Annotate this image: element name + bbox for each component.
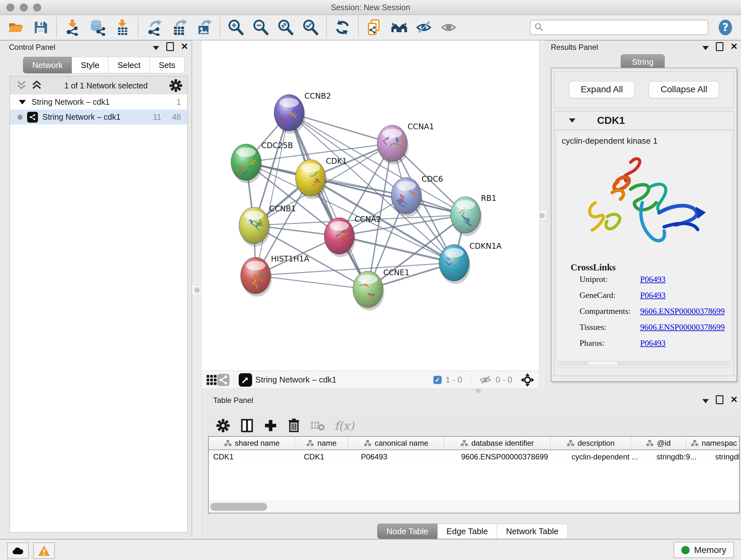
add-column-icon[interactable]	[264, 418, 278, 433]
crosslink-link[interactable]: P06493	[640, 291, 665, 300]
zoom-out-button[interactable]	[252, 19, 269, 36]
expand-all-button[interactable]: Expand All	[569, 81, 635, 98]
column-header-name[interactable]: name	[295, 437, 348, 449]
node-table[interactable]: shared namenamecanonical namedatabase id…	[208, 436, 740, 513]
collapse-card-icon[interactable]	[569, 118, 576, 123]
left-splitter-handle[interactable]	[192, 285, 202, 295]
open-in-window-icon[interactable]	[239, 373, 252, 387]
node-CDC6[interactable]: CDC6	[391, 175, 443, 217]
table-cell[interactable]: stringdb	[711, 450, 740, 463]
node-CDK1[interactable]: CDK1	[295, 157, 347, 199]
open-session-button[interactable]	[7, 19, 24, 36]
table-cell[interactable]: CDK1	[209, 450, 299, 463]
column-header-description[interactable]: description	[550, 437, 631, 449]
zoom-in-button[interactable]	[227, 19, 245, 36]
grid-mode-icon[interactable]	[206, 374, 217, 386]
panel-menu-icon[interactable]	[153, 46, 159, 50]
tab-string[interactable]: String	[621, 54, 665, 70]
collapse-all-button[interactable]: Collapse All	[649, 81, 719, 98]
network-collection-row[interactable]: String Network – cdk1 1	[10, 95, 187, 110]
tab-style[interactable]: Style	[72, 57, 109, 73]
tree-expand-icon[interactable]	[19, 100, 26, 105]
hide-selected-button[interactable]	[415, 19, 433, 36]
zoom-selected-button[interactable]	[302, 19, 319, 36]
scrollbar-thumb[interactable]	[210, 503, 267, 511]
panel-float-icon[interactable]	[166, 42, 174, 51]
cloud-status-button[interactable]	[7, 543, 29, 559]
node-CDC25B[interactable]: CDC25B	[231, 141, 293, 183]
tab-node-table[interactable]: Node Table	[377, 523, 437, 539]
gear-icon[interactable]	[169, 78, 183, 92]
table-cell[interactable]: P06493	[356, 450, 457, 463]
panel-close-icon[interactable]: ✕	[731, 43, 738, 51]
show-columns-icon[interactable]	[240, 418, 254, 433]
crosslink-link[interactable]: 9606.ENSP00000378699	[640, 307, 725, 316]
clone-network-button[interactable]	[366, 19, 383, 36]
node-CCNE1[interactable]: CCNE1	[351, 268, 409, 310]
panel-close-icon[interactable]: ✕	[731, 395, 738, 404]
table-hscrollbar[interactable]	[209, 501, 739, 513]
import-table-button[interactable]	[114, 19, 131, 36]
import-database-button[interactable]	[89, 19, 106, 36]
zoom-out-icon	[252, 19, 269, 36]
table-cell[interactable]: 9606.ENSP00000378699	[457, 450, 567, 463]
network-canvas[interactable]: CCNB2CCNA1CDC25BCDK1CDC6RB1CCNB1CCNA2CDK…	[201, 40, 539, 389]
first-neighbors-button[interactable]	[391, 19, 408, 36]
tab-edge-table[interactable]: Edge Table	[437, 523, 497, 539]
panel-float-icon[interactable]	[716, 42, 724, 51]
tab-select[interactable]: Select	[109, 57, 150, 73]
export-table-button[interactable]	[171, 19, 188, 36]
save-session-button[interactable]	[32, 19, 49, 36]
collapse-all-icon[interactable]	[15, 79, 28, 91]
edge-CCNB2-HIST1H1A[interactable]	[256, 113, 289, 275]
results-scrollbar[interactable]	[558, 361, 730, 366]
panel-menu-icon[interactable]	[702, 399, 709, 403]
panel-float-icon[interactable]	[716, 395, 724, 404]
search-input[interactable]	[530, 20, 709, 35]
share-view-icon[interactable]	[217, 374, 229, 386]
node-CCNB1[interactable]: CCNB1	[239, 204, 296, 246]
crosslink-link[interactable]: P06493	[640, 274, 665, 284]
export-network-button[interactable]	[145, 19, 163, 36]
table-cell[interactable]: cyclin-dependent ...	[567, 450, 652, 463]
tab-network[interactable]: Network	[23, 57, 72, 73]
column-header--id[interactable]: @id	[631, 437, 686, 449]
network-graph[interactable]: CCNB2CCNA1CDC25BCDK1CDC6RB1CCNB1CCNA2CDK…	[201, 41, 538, 370]
warnings-button[interactable]	[33, 543, 55, 559]
table-row[interactable]: CDK1CDK1P064939606.ENSP00000378699cyclin…	[209, 450, 739, 464]
column-header-shared-name[interactable]: shared name	[209, 437, 295, 449]
node-CCNA2[interactable]: CCNA2	[324, 215, 381, 257]
column-header-database-identifier[interactable]: database identifier	[444, 437, 550, 449]
zoom-fit-button[interactable]	[277, 19, 294, 36]
crosslink-link[interactable]: 9606.ENSP00000378699	[640, 322, 725, 332]
selected-checkbox-icon[interactable]: ✓	[433, 376, 442, 384]
birdseye-toggle-icon[interactable]	[521, 373, 535, 387]
table-cell[interactable]: stringdb:9...	[652, 450, 711, 463]
node-CCNA1[interactable]: CCNA1	[377, 122, 434, 165]
show-all-button[interactable]	[441, 19, 458, 36]
node-CCNB2[interactable]: CCNB2	[274, 91, 331, 134]
expand-all-icon[interactable]	[30, 79, 43, 91]
table-cell[interactable]: CDK1	[299, 450, 356, 463]
node-CDKN1A[interactable]: CDKN1A	[436, 242, 502, 284]
delete-column-icon[interactable]	[287, 418, 300, 433]
node-HIST1H1A[interactable]: HIST1H1A	[241, 254, 310, 297]
help-button[interactable]: ?	[717, 19, 734, 36]
gear-icon[interactable]	[216, 418, 230, 433]
column-header-canonical-name[interactable]: canonical name	[348, 437, 444, 449]
edge-CCNA2-CDKN1A[interactable]	[339, 236, 454, 263]
apply-layout-button[interactable]	[334, 19, 351, 36]
node-RB1[interactable]: RB1	[451, 194, 496, 236]
crosslink-link[interactable]: P06493	[640, 338, 665, 348]
network-row[interactable]: String Network – cdk1 11 48	[10, 110, 187, 125]
tab-sets[interactable]: Sets	[150, 57, 185, 73]
memory-button[interactable]: Memory	[674, 542, 734, 558]
export-image-button[interactable]	[195, 19, 212, 36]
import-network-button[interactable]	[64, 19, 81, 36]
tab-network-table[interactable]: Network Table	[497, 523, 568, 539]
node-card-header[interactable]: CDK1	[554, 111, 734, 130]
column-header-namespac[interactable]: namespac	[686, 437, 740, 449]
panel-close-icon[interactable]: ✕	[181, 43, 188, 51]
edge-HIST1H1A-CCNE1[interactable]	[256, 275, 368, 289]
panel-menu-icon[interactable]	[702, 46, 709, 50]
